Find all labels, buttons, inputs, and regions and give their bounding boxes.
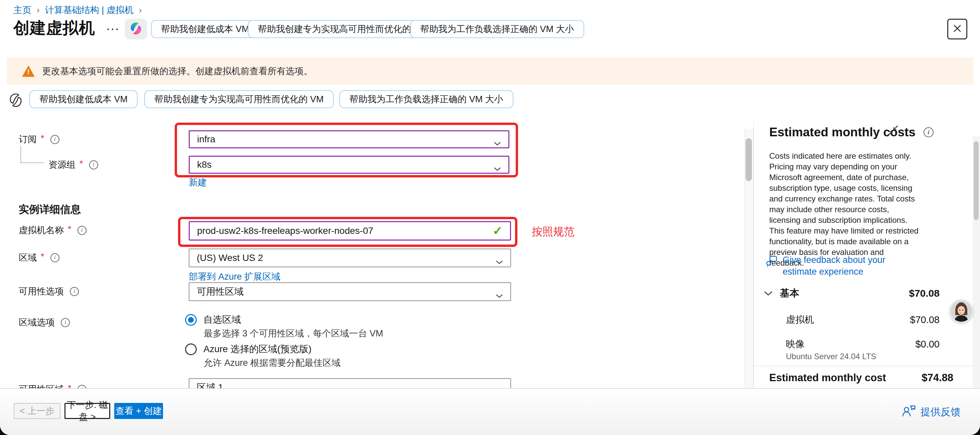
person-feedback-icon bbox=[902, 405, 916, 420]
chevron-down-icon bbox=[494, 163, 501, 167]
panel-divider bbox=[754, 366, 973, 366]
warning-banner: ! 更改基本选项可能会重置所做的选择。创建虚拟机前查看所有选项。 bbox=[7, 57, 973, 85]
tree-connector-vertical bbox=[21, 146, 21, 163]
breadcrumb-separator: › bbox=[139, 5, 142, 15]
availability-options-label: 可用性选项 i bbox=[19, 282, 79, 300]
deploy-extended-zone-link[interactable]: 部署到 Azure 扩展区域 bbox=[189, 271, 281, 283]
cost-item-amount: $0.00 bbox=[915, 339, 940, 350]
page-title: 创建虚拟机 bbox=[13, 18, 95, 39]
vm-name-field[interactable]: ✓ bbox=[189, 221, 511, 241]
chevron-down-icon bbox=[494, 137, 501, 141]
info-icon[interactable]: i bbox=[924, 127, 934, 137]
cost-item-image: 映像 $0.00 bbox=[786, 338, 961, 351]
form-scrollbar-thumb[interactable] bbox=[746, 138, 752, 181]
cost-item-vm: 虚拟机 $70.08 bbox=[786, 313, 961, 326]
info-icon[interactable]: i bbox=[61, 318, 70, 327]
subscription-dropdown[interactable]: infra bbox=[189, 130, 509, 148]
breadcrumb-separator: › bbox=[37, 5, 40, 15]
feedback-bubbles-icon bbox=[766, 254, 778, 270]
vm-name-input[interactable] bbox=[197, 226, 493, 236]
subscription-label: 订阅 * i bbox=[19, 130, 59, 148]
chevron-down-icon bbox=[496, 290, 503, 294]
copilot-suggestion-high-availability-vm[interactable]: 帮助我创建专为实现高可用性而优化的 VM bbox=[248, 20, 437, 38]
copilot-suggestion-low-cost-vm[interactable]: 帮助我创建低成本 VM bbox=[151, 20, 259, 38]
cost-item-amount: $70.08 bbox=[910, 314, 940, 325]
info-icon[interactable]: i bbox=[70, 287, 79, 296]
info-icon[interactable]: i bbox=[78, 226, 86, 235]
panel-scrollbar-thumb[interactable] bbox=[974, 141, 978, 220]
feedback-link[interactable]: 提供反馈 bbox=[902, 405, 961, 420]
cost-group-basic[interactable]: 基本 $70.08 bbox=[764, 287, 961, 300]
cost-panel-description: Costs indicated here are estimates only.… bbox=[769, 151, 920, 268]
chevron-down-icon bbox=[496, 256, 503, 260]
cost-group-amount: $70.08 bbox=[909, 288, 940, 299]
breadcrumb-home[interactable]: 主页 bbox=[13, 4, 32, 16]
avatar[interactable] bbox=[950, 300, 973, 323]
checkmark-icon: ✓ bbox=[493, 224, 503, 238]
review-create-button[interactable]: 查看 + 创建 bbox=[114, 403, 163, 419]
copilot-outline-icon bbox=[7, 93, 23, 107]
resource-group-label: 资源组 * i bbox=[48, 156, 98, 174]
estimate-feedback-link[interactable]: Give feedback about your estimate experi… bbox=[766, 254, 913, 278]
cost-panel-title: Estimated monthly costs i bbox=[769, 125, 934, 139]
total-cost-label: Estimated monthly cost bbox=[769, 372, 886, 384]
collapse-panel-icon[interactable] bbox=[887, 124, 899, 138]
total-cost-amount: $74.88 bbox=[921, 372, 953, 384]
warning-triangle-icon: ! bbox=[22, 65, 35, 77]
create-new-resource-group-link[interactable]: 新建 bbox=[189, 177, 207, 188]
copilot-button[interactable] bbox=[125, 19, 147, 40]
cost-item-image-subtext: Ubuntu Server 24.04 LTS bbox=[786, 352, 876, 361]
estimated-costs-panel: Estimated monthly costs i Costs indicate… bbox=[754, 121, 973, 388]
radio-selected-icon[interactable] bbox=[185, 314, 197, 326]
required-marker: * bbox=[41, 133, 45, 143]
zone-option-self-select-description: 最多选择 3 个可用性区域，每个区域一台 VM bbox=[204, 327, 383, 339]
chevron-down-icon[interactable] bbox=[764, 291, 773, 296]
region-label: 区域 * i bbox=[19, 249, 59, 267]
create-vm-page: 主页 › 计算基础结构 | 虚拟机 › 创建虚拟机 … 帮助我创建低成本 bbox=[0, 0, 980, 435]
zone-option-azure-select[interactable]: Azure 选择的区域(预览版) bbox=[185, 343, 312, 355]
breadcrumb: 主页 › 计算基础结构 | 虚拟机 › bbox=[13, 4, 142, 16]
radio-unselected-icon[interactable] bbox=[185, 343, 197, 355]
zone-option-azure-select-description: 允许 Azure 根据需要分配最佳区域 bbox=[204, 357, 341, 369]
info-icon[interactable]: i bbox=[51, 135, 59, 144]
zone-option-self-select[interactable]: 自选区域 bbox=[185, 313, 241, 326]
zone-options-label: 区域选项 i bbox=[19, 313, 70, 331]
instance-details-section-title: 实例详细信息 bbox=[19, 202, 81, 217]
close-button[interactable] bbox=[947, 19, 967, 40]
required-marker: * bbox=[80, 159, 83, 169]
tree-connector-horizontal bbox=[21, 163, 44, 163]
required-marker: * bbox=[68, 224, 72, 234]
region-dropdown[interactable]: (US) West US 2 bbox=[189, 249, 511, 267]
warning-banner-text: 更改基本选项可能会重置所做的选择。创建虚拟机前查看所有选项。 bbox=[42, 65, 313, 77]
toolbar-button-right-vm-size[interactable]: 帮助我为工作负载选择正确的 VM 大小 bbox=[339, 90, 513, 108]
info-icon[interactable]: i bbox=[51, 253, 59, 262]
breadcrumb-virtual-machines[interactable]: 计算基础结构 | 虚拟机 bbox=[45, 4, 134, 16]
required-marker: * bbox=[41, 252, 45, 262]
annotation-note: 按照规范 bbox=[532, 225, 574, 239]
info-icon[interactable]: i bbox=[89, 160, 98, 169]
vm-name-label: 虚拟机名称 * i bbox=[19, 221, 86, 239]
close-icon bbox=[953, 24, 962, 34]
availability-options-dropdown[interactable]: 可用性区域 bbox=[189, 282, 511, 301]
footer-bar: < 上一步 下一步: 磁盘 > 查看 + 创建 提供反馈 bbox=[0, 388, 980, 435]
copilot-icon bbox=[129, 21, 143, 37]
next-step-disks-button[interactable]: 下一步: 磁盘 > bbox=[64, 403, 110, 419]
resource-group-dropdown[interactable]: k8s bbox=[189, 156, 509, 174]
more-commands-button[interactable]: … bbox=[105, 19, 121, 32]
copilot-suggestion-right-vm-size[interactable]: 帮助我为工作负载选择正确的 VM 大小 bbox=[410, 20, 584, 38]
toolbar-button-low-cost-vm[interactable]: 帮助我创建低成本 VM bbox=[29, 90, 138, 108]
toolbar-button-high-availability-vm[interactable]: 帮助我创建专为实现高可用性而优化的 VM bbox=[144, 90, 334, 108]
previous-step-button[interactable]: < 上一步 bbox=[14, 403, 60, 419]
